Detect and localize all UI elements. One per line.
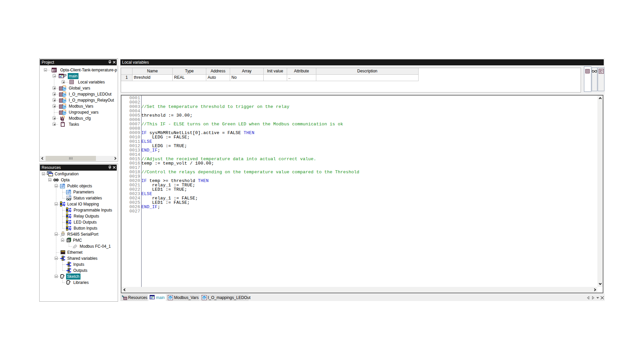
svg-text:G: G xyxy=(63,87,66,91)
svg-text:G: G xyxy=(203,296,205,300)
svg-text:G: G xyxy=(63,93,66,97)
svg-text:G: G xyxy=(63,99,66,103)
svg-text:G: G xyxy=(63,111,66,115)
svg-text:G: G xyxy=(169,296,171,300)
svg-text:G: G xyxy=(63,105,66,109)
